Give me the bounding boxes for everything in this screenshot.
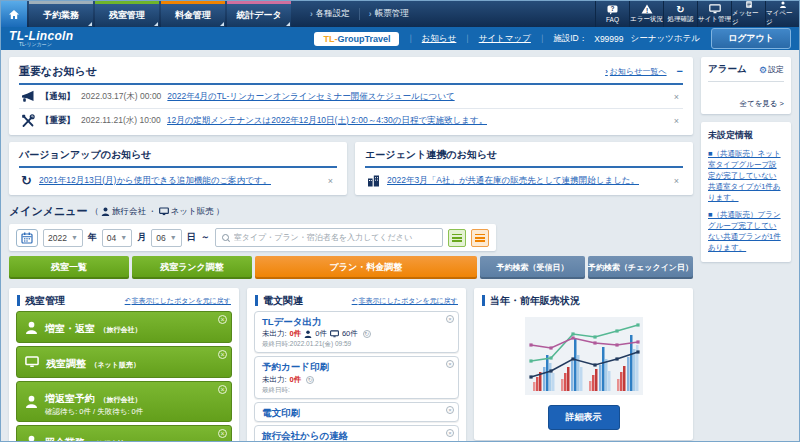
tab-label: 予約業務 <box>43 9 79 22</box>
tab-label: 残室管理 <box>109 9 145 22</box>
telegram-cards: TLデータ出力 未出力: 0件 0件 60件 ↻ 最終日時:2022.01.21… <box>247 311 466 441</box>
reservation-card-print-card[interactable]: 予約カード印刷 未出力: 0件 ↻ 最終日時: × <box>254 356 459 398</box>
alarm-settings-button[interactable]: ⚙設定 <box>759 64 784 75</box>
plan-rate-adjust-button[interactable]: プラン・料金調整 <box>255 256 477 279</box>
process-check-button[interactable]: ↻ 処理確認 <box>663 1 697 27</box>
logout-button[interactable]: ログアウト <box>711 28 791 49</box>
close-icon[interactable]: × <box>218 315 227 324</box>
add-return-room-button[interactable]: 増室・返室 （旅行会社） × <box>16 311 232 343</box>
list-view-toggle[interactable] <box>448 229 466 247</box>
facility-name: シーナッツホテル <box>631 33 700 45</box>
notice-row: ↻ 2021年12月13日(月)から使用できる追加機能のご案内です。 × <box>19 168 337 189</box>
calendar-button[interactable] <box>16 229 38 247</box>
app-logo[interactable]: TL-Lincoln TL-リンカーン <box>9 30 73 47</box>
close-icon[interactable]: × <box>446 360 454 368</box>
notice-link[interactable]: 2021年12月13日(月)から使用できる追加機能のご案内です。 <box>39 175 271 187</box>
month-value: 04 <box>107 233 116 243</box>
sitemap-link[interactable]: サイトマップ <box>479 33 531 45</box>
tool-label: サイト管理 <box>698 15 731 24</box>
room-rank-adjust-button[interactable]: 残室ランク調整 <box>132 256 252 279</box>
faq-button[interactable]: ? FAQ <box>595 1 629 27</box>
close-icon[interactable]: × <box>218 385 227 394</box>
calendar-view-toggle[interactable] <box>471 229 489 247</box>
close-icon[interactable]: × <box>446 429 454 437</box>
refresh-icon[interactable]: ↻ <box>306 376 314 384</box>
section-title: メインメニュー <box>9 204 88 219</box>
tl-data-output-card[interactable]: TLデータ出力 未出力: 0件 0件 60件 ↻ 最終日時:2022.01.21… <box>254 311 459 353</box>
restore-hidden-buttons-link[interactable]: ↶非表示にしたボタンを元に戻す <box>125 296 231 306</box>
room-stock-adjust-button[interactable]: 残室調整 （ネット販売） × <box>16 346 232 378</box>
year-select[interactable]: 2022▼ <box>43 229 83 247</box>
inquiry-work-button[interactable]: 照会業務 （旅行会社） × <box>16 425 232 441</box>
day-select[interactable]: 06▼ <box>151 229 181 247</box>
collapse-icon[interactable]: − <box>677 66 683 77</box>
room-stock-list-button[interactable]: 残室一覧 <box>9 256 129 279</box>
tab-reservation[interactable]: 予約業務 <box>29 1 93 27</box>
group-travel-button[interactable]: TL-GroupTravel <box>314 32 399 46</box>
travel-agency-icon <box>101 207 110 216</box>
detail-view-button[interactable]: 詳細表示 <box>548 405 620 430</box>
room-management-buttons: 増室・返室 （旅行会社） × 残室調整 （ネット販売） × 増返室予約 （旅行会… <box>9 311 239 441</box>
notice-list-link-label: お知らせ一覧へ <box>610 67 667 76</box>
alarm-panel: アラーム ⚙設定 全てを見る > <box>701 57 791 114</box>
unset-plan-group-link[interactable]: ■（共通販売）プラングループ完了していない共通プランが1件あります。 <box>708 210 784 254</box>
notice-link[interactable]: 2022年3月「A社」が共通在庫の販売先として連携開始しました。 <box>387 175 639 187</box>
home-button[interactable] <box>1 1 27 27</box>
close-icon[interactable]: × <box>218 429 227 438</box>
notice-link[interactable]: 2022年4月のTL-リンカーンオンラインセミナー開催スケジュールについて <box>167 91 454 103</box>
close-icon[interactable]: × <box>446 406 454 414</box>
chevron-right-icon: › <box>605 67 608 76</box>
month-select[interactable]: 04▼ <box>102 229 132 247</box>
breadcrumb-reports[interactable]: ›帳票管理 <box>360 8 418 20</box>
close-icon[interactable]: × <box>446 315 454 323</box>
tab-statistics[interactable]: 統計データ <box>227 1 291 27</box>
tab-label: 統計データ <box>236 9 281 22</box>
telegram-panel: 電文関連 ↶非表示にしたボタンを元に戻す TLデータ出力 未出力: 0件 0件 <box>247 288 466 441</box>
telegram-print-card[interactable]: 電文印刷 × <box>254 402 459 422</box>
range-tilde-label: ～ <box>201 231 210 244</box>
reservation-search-received-button[interactable]: 予約検索（受信日） <box>480 256 585 279</box>
breadcrumb-settings[interactable]: ›各種設定 <box>301 8 359 20</box>
breadcrumb-label: 帳票管理 <box>375 8 409 20</box>
main-menu-subtitle: （ 旅行会社 ・ ネット販売 ） <box>91 206 225 218</box>
divider: ｜ <box>463 33 471 45</box>
close-icon[interactable]: × <box>672 116 681 126</box>
button-label: 増室・返室 <box>45 323 95 334</box>
close-icon[interactable]: × <box>218 350 227 359</box>
paren: （ <box>91 206 100 218</box>
close-icon[interactable]: × <box>672 176 681 186</box>
reservation-search-checkin-button[interactable]: 予約検索（チェックイン日） <box>588 256 693 279</box>
facility-id-value: X99999 <box>594 34 623 44</box>
tab-rates[interactable]: 料金管理 <box>161 1 225 27</box>
search-input[interactable] <box>234 233 436 242</box>
panel-title: エージェント連携のお知らせ <box>365 148 683 162</box>
tab-room-stock[interactable]: 残室管理 <box>95 1 159 27</box>
app-window: 予約業務 残室管理 料金管理 統計データ ›各種設定 ›帳票管理 ? FAQ !… <box>0 0 800 442</box>
notice-link[interactable]: お知らせ <box>422 33 457 45</box>
site-admin-button[interactable]: サイト管理 <box>697 1 731 27</box>
notice-list-link[interactable]: ›お知らせ一覧へ <box>605 66 666 77</box>
refresh-icon[interactable]: ↻ <box>363 330 371 338</box>
pending-counts: 確認待ち: 0件 / 失敗待ち: 0件 <box>45 407 143 416</box>
agency-contact-card[interactable]: 旅行会社からの連絡 未処理: 0件 ↻ × <box>254 425 459 441</box>
panel-title: 未設定情報 <box>708 129 784 142</box>
unset-room-type-link[interactable]: ■（共通販売）ネット室タイプグループ設定が完了していない共通室タイプが1件ありま… <box>708 149 784 203</box>
card-title: TLデータ出力 <box>262 316 451 327</box>
button-label: 増返室予約 <box>45 393 95 404</box>
travel-agency-icon <box>25 435 38 441</box>
mypage-button[interactable]: マイページ <box>765 1 799 27</box>
settings-label: 設定 <box>768 64 784 75</box>
notice-link[interactable]: 12月の定期メンテナンスは2022年12月10日(土) 2:00～4:30の日程… <box>167 115 487 127</box>
close-icon[interactable]: × <box>326 176 335 186</box>
restore-hidden-buttons-link[interactable]: ↶非表示にしたボタンを元に戻す <box>352 296 458 306</box>
error-status-button[interactable]: ! エラー状況 <box>629 1 663 27</box>
dropdown-arrow-icon: ▼ <box>170 234 177 241</box>
list-icon <box>452 234 462 242</box>
panel-title: バージョンアップのお知らせ <box>19 148 337 162</box>
message-button[interactable]: メッセージ <box>731 1 765 27</box>
see-all-link[interactable]: 全てを見る > <box>708 96 784 109</box>
add-return-room-reservation-button[interactable]: 増返室予約 （旅行会社） 確認待ち: 0件 / 失敗待ち: 0件 × <box>16 381 232 422</box>
dropdown-arrow-icon: ▼ <box>71 234 78 241</box>
person-icon <box>778 1 788 8</box>
close-icon[interactable]: × <box>672 92 681 102</box>
